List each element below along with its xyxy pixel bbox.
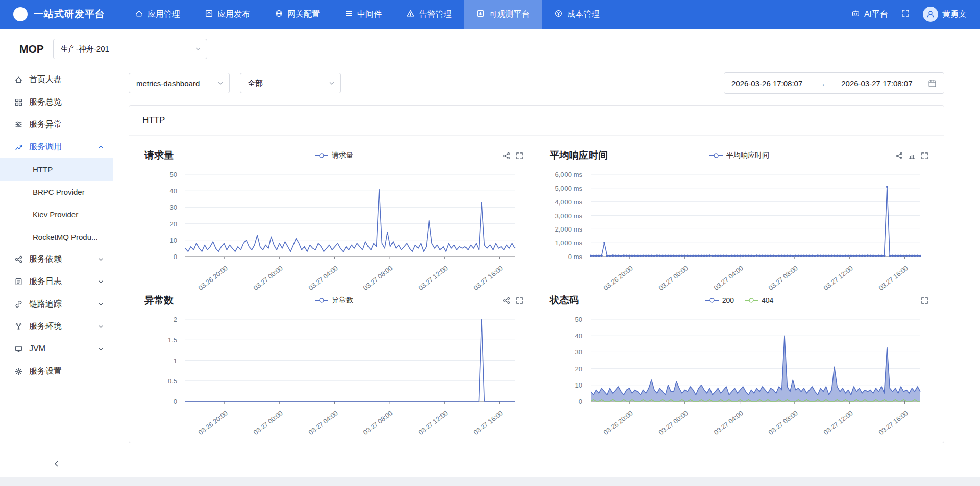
chevron-down-icon xyxy=(217,80,224,87)
x-axis-tick-label: 03.27 00:00 xyxy=(252,409,284,437)
legend-marker-icon xyxy=(705,297,719,303)
sidebar-collapse-button[interactable] xyxy=(0,453,113,477)
observability-icon xyxy=(476,9,485,20)
nav-item-app-management[interactable]: 应用管理 xyxy=(122,0,192,29)
sidebar: 首页大盘 服务总览 服务异常 服务调用 HTTP BRPC Provider K… xyxy=(0,65,113,477)
nav-item-app-release[interactable]: 应用发布 xyxy=(192,0,262,29)
y-axis-labels: 0 ms1,000 ms2,000 ms3,000 ms4,000 ms5,00… xyxy=(550,169,586,257)
y-axis-tick-label: 50 xyxy=(170,171,177,178)
chart-title: 异常数 xyxy=(144,294,174,307)
nav-item-observability[interactable]: 可观测平台 xyxy=(464,0,542,29)
panel-title: HTTP xyxy=(129,106,944,136)
chevron-down-icon xyxy=(97,301,104,308)
sidebar-item-service-settings[interactable]: 服务设置 xyxy=(0,360,113,382)
dashboard-select[interactable]: metrics-dashboard xyxy=(129,73,230,93)
scope-select[interactable]: 全部 xyxy=(240,73,341,93)
sidebar-item-service-logs[interactable]: 服务日志 xyxy=(0,270,113,293)
y-axis-tick-label: 0 xyxy=(579,398,582,405)
plot-area[interactable] xyxy=(591,314,920,402)
date-start-value: 2026-03-26 17:08:07 xyxy=(731,79,802,88)
sidebar-item-service-environment[interactable]: 服务环境 xyxy=(0,315,113,338)
legend-item[interactable]: 平均响应时间 xyxy=(709,151,769,160)
legend-marker-icon xyxy=(744,297,758,303)
legend-item[interactable]: 404 xyxy=(744,296,773,304)
y-axis-tick-label: 2,000 ms xyxy=(555,225,582,233)
nav-label: 应用发布 xyxy=(217,9,250,20)
nav-item-gateway-config[interactable]: 网关配置 xyxy=(262,0,332,29)
ai-platform-button[interactable]: AI平台 xyxy=(851,9,888,20)
x-axis-tick-label: 03.27 04:00 xyxy=(713,409,745,437)
plot-area[interactable] xyxy=(185,314,515,402)
environment-select-value: 生产-神舟-201 xyxy=(61,44,109,54)
y-axis-tick-label: 20 xyxy=(170,220,177,227)
sidebar-item-service-overview[interactable]: 服务总览 xyxy=(0,91,113,113)
submenu-item-brpc-provider[interactable]: BRPC Provider xyxy=(0,181,113,203)
x-axis-tick-label: 03.26 20:00 xyxy=(602,409,634,437)
grid-icon xyxy=(14,98,23,107)
sidebar-item-service-exception[interactable]: 服务异常 xyxy=(0,113,113,136)
link-icon xyxy=(14,300,23,309)
environment-select[interactable]: 生产-神舟-201 xyxy=(53,39,207,59)
y-axis-tick-label: 6,000 ms xyxy=(555,171,582,178)
y-axis-tick-label: 30 xyxy=(575,348,582,356)
x-axis-tick-label: 03.27 12:00 xyxy=(417,409,449,437)
ai-platform-label: AI平台 xyxy=(864,9,888,20)
y-axis-tick-label: 40 xyxy=(575,332,582,340)
x-axis-tick-label: 03.26 20:00 xyxy=(197,409,229,437)
legend-item[interactable]: 请求量 xyxy=(314,151,353,160)
plot-area[interactable] xyxy=(185,169,515,257)
middleware-icon xyxy=(345,9,353,20)
fullscreen-button[interactable] xyxy=(901,9,910,19)
date-end-value: 2026-03-27 17:08:07 xyxy=(841,79,912,88)
legend-item[interactable]: 200 xyxy=(705,296,734,304)
x-axis-tick-label: 03.27 16:00 xyxy=(472,264,504,292)
fullscreen-icon[interactable] xyxy=(516,297,523,304)
http-panel: HTTP 请求量 请求量 01020304050 xyxy=(129,105,944,443)
relation-icon[interactable] xyxy=(503,152,510,160)
sidebar-item-jvm[interactable]: JVM xyxy=(0,338,113,360)
chevron-up-icon xyxy=(97,144,104,150)
relation-icon[interactable] xyxy=(895,152,903,160)
y-axis-tick-label: 0 ms xyxy=(568,253,582,261)
relation-icon[interactable] xyxy=(503,297,510,304)
fullscreen-icon[interactable] xyxy=(921,297,928,304)
plot-area[interactable] xyxy=(591,169,920,257)
chart-legend: 请求量 xyxy=(314,151,353,160)
x-axis-tick-label: 03.27 16:00 xyxy=(877,409,910,437)
main-content: metrics-dashboard 全部 2026-03-26 17:08:07… xyxy=(113,65,980,477)
gateway-icon xyxy=(275,9,283,20)
y-axis-tick-label: 1,000 ms xyxy=(555,239,582,247)
chart-status-codes: 状态码 200404 01020304050 03.26 20:0003.27 … xyxy=(550,289,928,429)
bar-chart-icon[interactable] xyxy=(908,152,916,160)
home-icon xyxy=(14,75,23,84)
submenu-item-http[interactable]: HTTP xyxy=(0,158,113,181)
nav-item-cost-management[interactable]: 成本管理 xyxy=(542,0,612,29)
home-icon xyxy=(135,9,143,20)
chart-requests: 请求量 请求量 01020304050 03.26 20:0003.27 00:… xyxy=(144,144,523,285)
sidebar-item-service-calls[interactable]: 服务调用 xyxy=(0,136,113,158)
sidebar-item-home-dashboard[interactable]: 首页大盘 xyxy=(0,68,113,91)
user-menu[interactable]: 黄勇文 xyxy=(923,7,967,22)
nav-item-alert-management[interactable]: 告警管理 xyxy=(394,0,464,29)
sidebar-item-trace[interactable]: 链路追踪 xyxy=(0,293,113,315)
chevron-left-icon xyxy=(53,459,61,468)
avatar xyxy=(923,7,938,22)
gear-icon xyxy=(14,367,23,376)
submenu-item-kiev-provider[interactable]: Kiev Provider xyxy=(0,203,113,225)
chart-legend: 200404 xyxy=(705,296,774,304)
y-axis-tick-label: 20 xyxy=(575,365,582,372)
legend-item[interactable]: 异常数 xyxy=(314,296,353,305)
submenu-item-rocketmq-producer[interactable]: RocketMQ Produ... xyxy=(0,225,113,248)
date-range-picker[interactable]: 2026-03-26 17:08:07 → 2026-03-27 17:08:0… xyxy=(724,72,944,94)
fullscreen-icon[interactable] xyxy=(921,152,928,160)
nav-label: 告警管理 xyxy=(419,9,452,20)
x-axis-labels: 03.26 20:0003.27 00:0003.27 04:0003.27 0… xyxy=(185,405,515,428)
y-axis-tick-label: 30 xyxy=(170,203,177,211)
legend-marker-icon xyxy=(314,297,329,303)
nav-item-middleware[interactable]: 中间件 xyxy=(332,0,394,29)
sidebar-item-service-dependency[interactable]: 服务依赖 xyxy=(0,248,113,270)
y-axis-tick-label: 10 xyxy=(575,381,582,389)
fullscreen-icon[interactable] xyxy=(516,152,523,160)
y-axis-tick-label: 3,000 ms xyxy=(555,212,582,219)
chevron-down-icon xyxy=(97,346,104,352)
